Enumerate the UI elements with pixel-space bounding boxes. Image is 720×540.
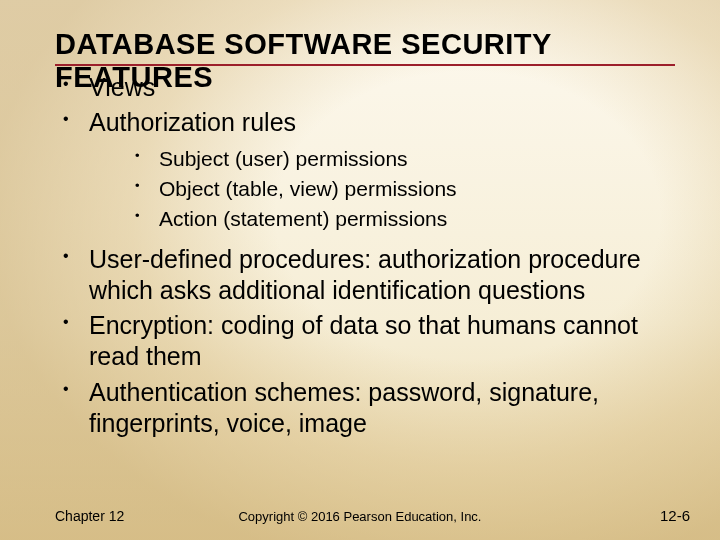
- bullet-text: Authorization rules: [89, 108, 296, 136]
- sub-bullet-list: Subject (user) permissions Object (table…: [89, 145, 690, 234]
- bullet-text: Object (table, view) permissions: [159, 177, 457, 200]
- list-item: Action (statement) permissions: [89, 205, 690, 233]
- bullet-text: Authentication schemes: password, signat…: [89, 378, 599, 437]
- list-item: Encryption: coding of data so that human…: [55, 310, 690, 373]
- list-item: Subject (user) permissions: [89, 145, 690, 173]
- list-item: Authentication schemes: password, signat…: [55, 377, 690, 440]
- bullet-text: User-defined procedures: authorization p…: [89, 245, 641, 304]
- slide: DATABASE SOFTWARE SECURITY FEATURES View…: [0, 0, 720, 540]
- footer-copyright: Copyright © 2016 Pearson Education, Inc.: [0, 509, 720, 524]
- list-item: User-defined procedures: authorization p…: [55, 244, 690, 307]
- footer-page-number: 12-6: [660, 507, 690, 524]
- list-item: Authorization rules Subject (user) permi…: [55, 107, 690, 233]
- bullet-text: Subject (user) permissions: [159, 147, 408, 170]
- bullet-text: Encryption: coding of data so that human…: [89, 311, 638, 370]
- list-item: Views: [55, 72, 690, 103]
- list-item: Object (table, view) permissions: [89, 175, 690, 203]
- slide-body: Views Authorization rules Subject (user)…: [55, 72, 690, 443]
- bullet-text: Action (statement) permissions: [159, 207, 447, 230]
- bullet-text: Views: [89, 73, 155, 101]
- title-underline: [55, 64, 675, 66]
- bullet-list: Views Authorization rules Subject (user)…: [55, 72, 690, 439]
